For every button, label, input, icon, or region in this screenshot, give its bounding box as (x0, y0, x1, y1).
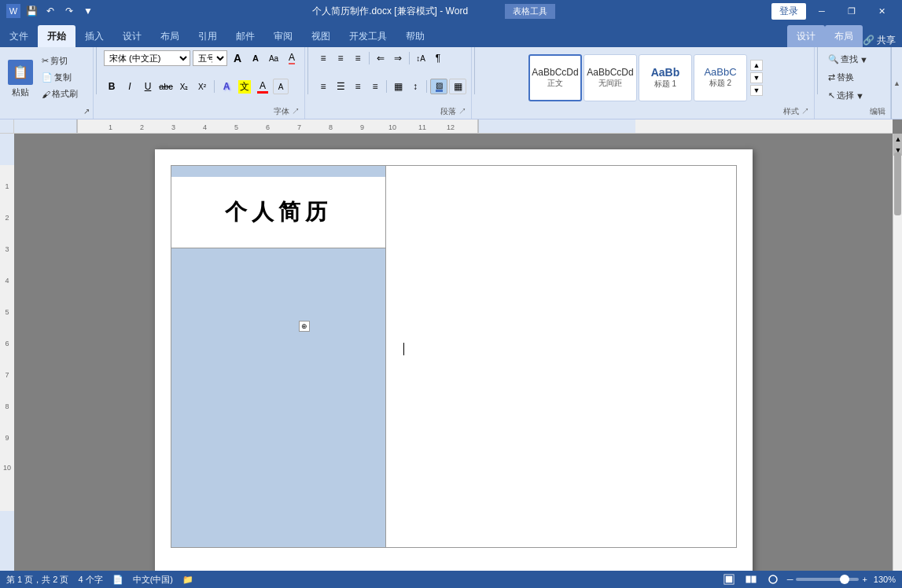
font-name-select[interactable]: 宋体 (中文正) (104, 50, 190, 66)
align-center-button[interactable]: ☰ (333, 79, 348, 94)
style-heading1[interactable]: AaBb 标题 1 (639, 54, 692, 101)
page-info: 第 1 页，共 2 页 (6, 574, 68, 586)
style-heading2[interactable]: AaBbC 标题 2 (694, 54, 747, 101)
sort-button[interactable]: ↕A (413, 50, 429, 66)
shading-button[interactable]: ▨ (430, 79, 447, 94)
svg-text:10: 10 (388, 123, 396, 131)
styles-more[interactable]: ▼ (750, 85, 763, 96)
share-link[interactable]: 🔗 共享 (863, 34, 896, 47)
zoom-slider-thumb (840, 575, 849, 584)
zoom-level[interactable]: 130% (874, 575, 896, 584)
numbering-button[interactable]: ≡ (333, 50, 348, 66)
table-cell-title[interactable]: 个人简历 (171, 166, 385, 248)
login-button[interactable]: 登录 (771, 3, 806, 20)
tab-review[interactable]: 审阅 (264, 25, 302, 47)
table-tools-label: 表格工具 (505, 4, 555, 19)
style-normal[interactable]: AaBbCcDd 正文 (528, 54, 582, 101)
font-size-select[interactable]: 五号 (193, 50, 227, 66)
editing-buttons: 🔍 查找 ▼ ⇄ 替换 ↖ 选择 ▼ (825, 50, 871, 105)
resume-title-cell[interactable]: 个人简历 (171, 177, 385, 248)
zoom-minus-button[interactable]: ─ (787, 575, 793, 584)
table-move-handle[interactable]: ⊕ (299, 321, 310, 332)
superscript-button[interactable]: X² (194, 79, 210, 94)
zoom-plus-button[interactable]: + (862, 575, 867, 584)
highlight-button[interactable]: 文 (237, 79, 252, 94)
show-marks-button[interactable]: ¶ (430, 50, 446, 66)
tab-view[interactable]: 视图 (302, 25, 340, 47)
tab-references[interactable]: 引用 (189, 25, 226, 47)
italic-button[interactable]: I (122, 79, 138, 94)
svg-rect-30 (724, 575, 734, 584)
copy-button[interactable]: 📄复制 (39, 70, 80, 85)
multilevel-button[interactable]: ≡ (350, 50, 366, 66)
customize-button[interactable]: ▼ (80, 3, 96, 19)
align-right-button[interactable]: ≡ (350, 79, 366, 94)
document-container[interactable]: ⊕ 个人简历 (14, 134, 893, 571)
col-layout-button[interactable]: ▦ (390, 79, 406, 94)
undo-button[interactable]: ↶ (42, 3, 58, 19)
close-button[interactable]: ✕ (867, 0, 896, 22)
scrollbar-thumb[interactable] (894, 153, 901, 215)
right-scrollbar[interactable]: ▲ ▼ (893, 134, 902, 571)
select-button[interactable]: ↖ 选择 ▼ (825, 88, 871, 103)
svg-rect-0 (14, 119, 77, 133)
table-cell-blue[interactable] (171, 248, 385, 548)
font-shrink-button[interactable]: A (248, 50, 263, 66)
restore-button[interactable]: ❐ (838, 0, 866, 22)
print-layout-button[interactable] (721, 573, 737, 586)
tab-table-design[interactable]: 设计 (787, 25, 825, 47)
tab-table-layout[interactable]: 布局 (825, 25, 863, 47)
font-expander[interactable]: 字体 ↗ (274, 106, 300, 117)
replace-button[interactable]: ⇄ 替换 (825, 70, 871, 85)
styles-expander[interactable]: 样式 ↗ (783, 106, 809, 117)
bullets-button[interactable]: ≡ (315, 50, 331, 66)
tab-insert[interactable]: 插入 (75, 25, 113, 47)
status-bar-right: ─ + 130% (721, 573, 896, 586)
tab-layout[interactable]: 布局 (151, 25, 189, 47)
underline-button[interactable]: U (140, 79, 156, 94)
style-no-spacing[interactable]: AaBbCcDd 无间距 (584, 54, 637, 101)
para-expander[interactable]: 段落 ↗ (440, 106, 466, 117)
save-button[interactable]: 💾 (24, 3, 39, 19)
svg-text:6: 6 (5, 340, 9, 347)
borders-button[interactable]: ▦ (449, 79, 466, 94)
font-grow-button[interactable]: A (230, 50, 245, 66)
tab-mailings[interactable]: 邮件 (226, 25, 264, 47)
find-button[interactable]: 🔍 查找 ▼ (825, 52, 871, 67)
font-case-button[interactable]: Aa (266, 50, 282, 66)
text-effect-button[interactable]: A (219, 79, 234, 94)
paste-button[interactable]: 📋 粘贴 (3, 50, 38, 107)
justify-button[interactable]: ≡ (367, 79, 383, 94)
scroll-up-button[interactable]: ▲ (893, 134, 902, 145)
tab-developer[interactable]: 开发工具 (340, 25, 396, 47)
styles-scroll-down[interactable]: ▼ (750, 72, 763, 83)
svg-rect-19 (0, 511, 14, 571)
align-left-button[interactable]: ≡ (315, 79, 331, 94)
tab-home[interactable]: 开始 (38, 25, 75, 47)
bold-button[interactable]: B (104, 79, 120, 94)
subscript-button[interactable]: X₂ (176, 79, 192, 94)
blue-content-cell[interactable] (171, 248, 385, 547)
tab-design[interactable]: 设计 (113, 25, 151, 47)
redo-button[interactable]: ↷ (61, 3, 77, 19)
cut-button[interactable]: ✂剪切 (39, 53, 80, 68)
font-color-button[interactable]: A (255, 79, 271, 94)
font-clear-button[interactable]: A (284, 50, 300, 66)
tab-help[interactable]: 帮助 (396, 25, 434, 47)
minimize-button[interactable]: ─ (808, 0, 836, 22)
increase-indent-button[interactable]: ⇒ (390, 50, 406, 66)
reading-view-button[interactable] (743, 573, 759, 586)
ribbon-collapse-button[interactable]: ▲ (891, 47, 902, 119)
format-painter-button[interactable]: 🖌格式刷 (39, 86, 80, 101)
resume-table[interactable]: 个人简历 (171, 165, 737, 548)
decrease-indent-button[interactable]: ⇐ (373, 50, 388, 66)
tab-file[interactable]: 文件 (0, 25, 38, 47)
line-spacing-button[interactable]: ↕ (407, 79, 423, 94)
styles-scroll-up[interactable]: ▲ (750, 60, 763, 71)
table-cell-right[interactable] (385, 166, 736, 548)
web-view-button[interactable] (765, 573, 781, 586)
font-border-button[interactable]: A (273, 79, 289, 94)
strikethrough-button[interactable]: abc (158, 79, 174, 94)
zoom-slider[interactable] (796, 578, 859, 581)
clipboard-expander[interactable]: ↗ (83, 107, 90, 117)
